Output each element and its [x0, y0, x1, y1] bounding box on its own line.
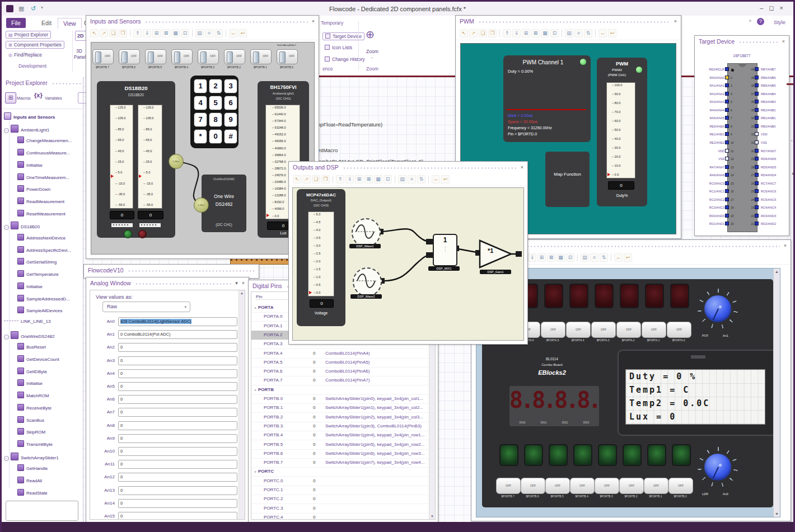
rotate-right-icon[interactable]: ↩ [441, 175, 450, 183]
analog-value-field-an7[interactable]: 0 [118, 408, 237, 417]
macros-icon[interactable]: ⊞ [5, 92, 16, 103]
analog-value-field-an15[interactable]: 0 [118, 512, 237, 520]
board-button-PORTB.4[interactable]: OFF [570, 478, 595, 494]
digital-pin-row-portb.2[interactable]: PORTB.20SwitchArraySlider1(pin2), keypad… [251, 413, 435, 422]
board-button-PORTB.0[interactable]: OFF [668, 478, 693, 494]
scroll-up-icon[interactable]: ▲ [791, 171, 795, 175]
paste-icon[interactable]: ❐ [321, 175, 330, 183]
tree-item-samplealldevices[interactable]: SampleAllDevices [4, 307, 62, 313]
keypad-component[interactable]: 123456789*0# [190, 76, 238, 148]
tree-item-resetmeasurement[interactable]: ResetMeasurement [4, 210, 66, 216]
group-icon[interactable]: ⊞ [537, 253, 546, 262]
project-explorer-button[interactable]: ▤Project Explorer [6, 31, 51, 39]
list-icon[interactable]: ≡ [590, 253, 598, 262]
analog-value-field-an8[interactable]: 0 [118, 421, 237, 430]
pin-pad[interactable] [755, 76, 759, 79]
tree-item-scanbus[interactable]: ScanBus [4, 416, 44, 423]
tree-item-switcharrayslider1[interactable]: –SwitchArraySlider1 [4, 453, 59, 461]
group-icon[interactable]: ⊞ [355, 175, 363, 183]
rotate-left-icon[interactable]: ↔ [614, 253, 623, 262]
close-icon[interactable]: × [784, 243, 787, 248]
pin-pad[interactable] [725, 214, 729, 218]
pin-pad[interactable] [725, 222, 729, 225]
tree-item-addressnextdevice[interactable]: AddressNextDevice [4, 234, 66, 241]
pin-pad[interactable] [755, 149, 759, 153]
swap-icon[interactable]: ⇅ [214, 29, 223, 37]
minimize-button[interactable]: – [760, 4, 769, 11]
board-button-PORTB.5[interactable]: OFF [545, 478, 570, 494]
panels-2d-button[interactable]: 2D [75, 31, 86, 41]
analog-value-field-an11[interactable]: 0 [118, 460, 237, 469]
raw-dropdown[interactable]: Raw▾ [102, 302, 190, 312]
tree-item-addressspecificdevi-[interactable]: AddressSpecificDevi... [4, 246, 71, 253]
analog-scrollbar[interactable]: ▲ [238, 290, 245, 519]
analog-value-field-an2[interactable]: 0 [118, 343, 237, 352]
analog-value-field-an5[interactable]: 0 [118, 382, 237, 391]
grid-icon[interactable]: ▤ [398, 175, 406, 183]
pin-pad[interactable] [725, 173, 729, 177]
pin-pad[interactable] [755, 124, 759, 128]
tree-item-skiprom[interactable]: SkipROM [4, 428, 45, 435]
ungroup-icon[interactable]: ⊠ [364, 175, 373, 183]
pin-pad[interactable] [725, 181, 729, 185]
pwm-channel-component[interactable]: PWM Channel 1 Duty = 0.00% Mark = 0.00us… [503, 55, 591, 142]
keypad-key-5[interactable]: 5 [209, 96, 222, 110]
align-icon[interactable]: ▦ [556, 253, 565, 262]
board-button-PORTB.3[interactable]: OFF [595, 478, 619, 494]
keypad-key-1[interactable]: 1 [194, 79, 207, 93]
analog-value-field-an13[interactable]: 0 [118, 486, 237, 495]
dsp-wave1-node[interactable] [352, 218, 381, 247]
pin-pad[interactable] [725, 205, 729, 209]
tree-item-readmeasurement[interactable]: ReadMeasurement [4, 197, 64, 204]
expand-arrow-icon[interactable]: › [791, 139, 792, 143]
keypad-key-*[interactable]: * [194, 129, 207, 144]
tree-item-getdevicecount[interactable]: GetDeviceCount [4, 355, 59, 362]
board-button-PORTA.5[interactable]: OFF [541, 322, 565, 338]
pot-knob[interactable] [698, 289, 738, 329]
variables-label[interactable]: Variables [45, 96, 62, 101]
pwm2-scale[interactable]: ‒ 100.0‒ 90.0‒ 80.0‒ 70.0‒ 60.0‒ 50.0‒ 4… [606, 82, 635, 178]
dac-component[interactable]: MCP47x6DAC DAC_Output1 (I2C CH3) ‒ 5.0‒ … [297, 189, 345, 326]
digital-pin-row-portb[interactable]: ▸PORTB [251, 385, 435, 395]
rotate-right-icon[interactable]: ↩ [238, 29, 247, 37]
dsp-canvas[interactable]: *1 MCP47x6DAC DAC_Output1 (I2C CH3) ‒ 5.… [292, 187, 524, 341]
bring-front-icon[interactable]: ⇑ [503, 29, 511, 37]
pan-icon[interactable]: ↗ [100, 29, 108, 37]
copy-icon[interactable]: ❏ [109, 29, 118, 37]
tree-item-readstate[interactable]: ReadState [4, 489, 48, 496]
paste-icon[interactable]: ❐ [119, 29, 127, 37]
keypad-key-4[interactable]: 4 [194, 96, 207, 110]
scale-pointer-icon[interactable] [111, 175, 114, 178]
pin-pad[interactable] [755, 181, 759, 185]
digital-pin-row-porta.4[interactable]: PORTA.40ComboBL0114(PinA4) [251, 349, 435, 359]
tree-item-inputs-and-sensors[interactable]: Inputs and Sensors [4, 112, 55, 120]
toggle-switch-PORTB.0[interactable]: OFF [277, 49, 298, 64]
toggle-switch-PORTB.5[interactable]: OFF [145, 49, 166, 64]
pin-pad[interactable] [755, 116, 759, 120]
tree-item-initialise[interactable]: Initialise [4, 283, 43, 289]
pin-pad[interactable] [755, 140, 759, 144]
grid-icon[interactable]: ▤ [581, 253, 589, 262]
digital-pin-row-portb.3[interactable]: PORTB.30SwitchArraySlider1(pin3), ComboB… [251, 422, 435, 431]
swap-icon[interactable]: ⇅ [600, 253, 608, 262]
close-icon[interactable]: × [521, 164, 523, 170]
toggle-switch-PORTB.7[interactable]: OFF [92, 49, 114, 64]
rotate-right-icon[interactable]: ↩ [624, 253, 632, 262]
list-icon[interactable]: ≡ [408, 175, 416, 183]
tree-item-ambientlight1[interactable]: –AmbientLight1 [4, 125, 49, 133]
ldr-knob[interactable] [698, 447, 738, 487]
toggle-switch-PORTB.6[interactable]: OFF [119, 49, 140, 64]
ds18b20-component[interactable]: DS18B20 DS18B20 ‒ 125.0‒ 105.0‒ 85.0‒ 65… [97, 81, 175, 238]
pin-pad[interactable] [755, 132, 759, 136]
tree-item-transmitbyte[interactable]: TransmitByte [4, 440, 53, 447]
collapse-ribbon-icon[interactable]: ^ [749, 19, 751, 25]
analog-value-field-an9[interactable]: 0 [118, 434, 237, 443]
close-icon[interactable]: × [782, 39, 785, 44]
onewire-plug-icon[interactable]: 1-Wire [194, 197, 209, 213]
zoom-icon[interactable]: ⊕ [366, 28, 375, 41]
board-button-PORTB.1[interactable]: OFF [644, 478, 668, 494]
tree-item-receivebyte[interactable]: ReceiveByte [4, 404, 52, 411]
close-icon[interactable]: × [242, 280, 245, 286]
menu-icon[interactable]: ▾ [235, 280, 238, 286]
pin-pad[interactable] [755, 83, 759, 87]
